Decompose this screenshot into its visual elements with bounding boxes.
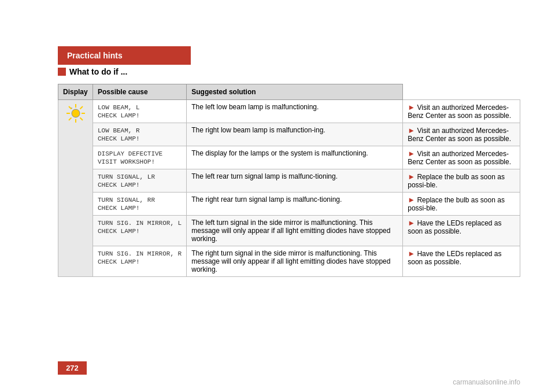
header-bar: Practical hints What to do if ... xyxy=(58,46,520,76)
cause-cell: The left turn signal in the side mirror … xyxy=(187,216,403,246)
solution-cell: ► Visit an authorized Mercedes-Benz Cent… xyxy=(403,123,520,146)
subsection-title: What to do if ... xyxy=(69,67,127,76)
red-square-icon xyxy=(58,68,66,76)
arrow-marker: ► xyxy=(408,219,415,227)
svg-line-7 xyxy=(80,106,83,109)
display-code-cell: TURN SIGNAL, LR CHECK LAMP! xyxy=(93,169,187,193)
lamp-icon xyxy=(65,103,86,124)
section-title: Practical hints xyxy=(67,51,123,60)
display-code-cell: LOW BEAM, L CHECK LAMP! xyxy=(93,100,187,123)
table-row: TURN SIG. IN MIRROR, L CHECK LAMP!The le… xyxy=(58,216,520,246)
arrow-marker: ► xyxy=(408,149,415,158)
table-row: LOW BEAM, L CHECK LAMP!The left low beam… xyxy=(58,100,520,123)
col-header-display: Display xyxy=(58,84,93,100)
display-code-cell: TURN SIG. IN MIRROR, R CHECK LAMP! xyxy=(93,246,187,277)
subsection-bar: What to do if ... xyxy=(58,67,520,76)
cause-cell: The right rear turn signal lamp is malfu… xyxy=(187,193,403,216)
col-header-solution: Suggested solution xyxy=(187,84,403,100)
arrow-marker: ► xyxy=(408,126,415,135)
arrow-marker: ► xyxy=(408,103,415,112)
solution-cell: ► Visit an authorized Mercedes-Benz Cent… xyxy=(403,100,520,123)
table-row: TURN SIGNAL, LR CHECK LAMP!The left rear… xyxy=(58,169,520,193)
arrow-marker: ► xyxy=(408,195,415,204)
solution-cell: ► Visit an authorized Mercedes-Benz Cent… xyxy=(403,146,520,169)
cause-cell: The display for the lamps or the system … xyxy=(187,146,403,169)
watermark: carmanualsonline.info xyxy=(453,378,520,386)
table-header-row: Display Possible cause Suggested solutio… xyxy=(58,84,520,100)
svg-point-0 xyxy=(72,109,80,117)
svg-rect-9 xyxy=(71,108,72,109)
display-icon-cell xyxy=(58,100,93,277)
main-table: Display Possible cause Suggested solutio… xyxy=(58,84,520,277)
cause-cell: The left rear turn signal lamp is malfun… xyxy=(187,169,403,193)
table-row: TURN SIGNAL, RR CHECK LAMP!The right rea… xyxy=(58,193,520,216)
display-code-cell: DISPLAY DEFECTIVE VISIT WORKSHOP! xyxy=(93,146,187,169)
cause-cell: The right turn signal in the side mirror… xyxy=(187,246,403,277)
solution-cell: ► Replace the bulb as soon as possi-ble. xyxy=(403,193,520,216)
svg-line-6 xyxy=(80,118,83,121)
page-container: Practical hints What to do if ... Displa… xyxy=(0,0,555,392)
cause-cell: The left low beam lamp is malfunctioning… xyxy=(187,100,403,123)
table-row: LOW BEAM, R CHECK LAMP!The right low bea… xyxy=(58,123,520,146)
col-header-cause: Possible cause xyxy=(93,84,187,100)
cause-cell: The right low beam lamp is malfunction-i… xyxy=(187,123,403,146)
page-number: 272 xyxy=(58,361,87,375)
display-code-cell: LOW BEAM, R CHECK LAMP! xyxy=(93,123,187,146)
arrow-marker: ► xyxy=(408,249,415,258)
solution-cell: ► Replace the bulb as soon as possi-ble. xyxy=(403,169,520,193)
svg-line-8 xyxy=(69,118,72,121)
table-row: TURN SIG. IN MIRROR, R CHECK LAMP!The ri… xyxy=(58,246,520,277)
arrow-marker: ► xyxy=(408,172,415,181)
solution-cell: ► Have the LEDs replaced as soon as poss… xyxy=(403,246,520,277)
display-code-cell: TURN SIGNAL, RR CHECK LAMP! xyxy=(93,193,187,216)
display-code-cell: TURN SIG. IN MIRROR, L CHECK LAMP! xyxy=(93,216,187,246)
table-row: DISPLAY DEFECTIVE VISIT WORKSHOP!The dis… xyxy=(58,146,520,169)
section-title-bar: Practical hints xyxy=(58,46,191,65)
solution-cell: ► Have the LEDs replaced as soon as poss… xyxy=(403,216,520,246)
svg-line-5 xyxy=(69,106,72,109)
